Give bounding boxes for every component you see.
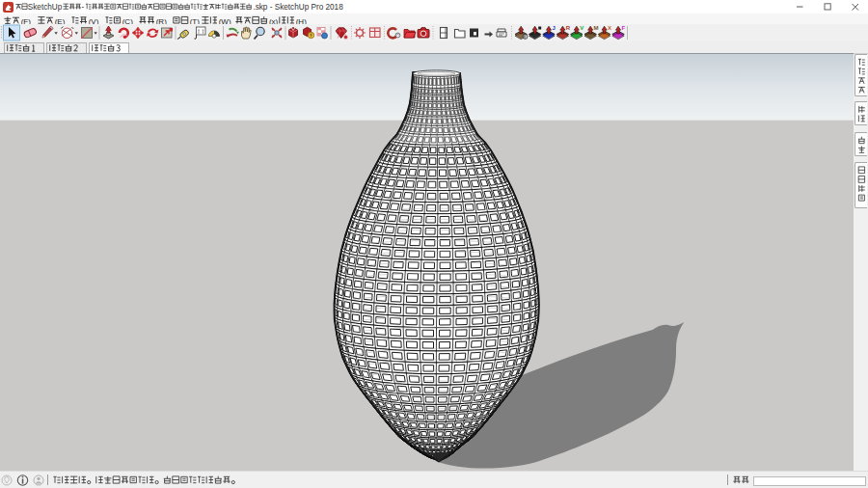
svg-text:M: M [594, 25, 599, 31]
svg-text:F: F [621, 25, 625, 31]
svg-text:.skp - SketchUp Pro 2018: .skp - SketchUp Pro 2018 [253, 3, 343, 12]
svg-text:R: R [566, 25, 571, 31]
svg-text:J: J [552, 25, 555, 31]
svg-text:SketchUp: SketchUp [28, 3, 63, 12]
svg-text:X: X [608, 25, 611, 31]
svg-text:V: V [580, 25, 583, 31]
svg-text:-: - [81, 3, 84, 12]
